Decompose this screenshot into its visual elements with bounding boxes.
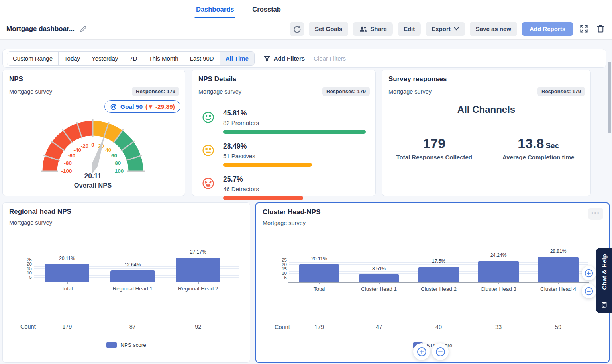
- share-people-icon: [359, 25, 367, 33]
- goal-target-icon: [110, 103, 118, 110]
- total-responses-label: Total Responses Collected: [382, 154, 486, 160]
- range-all-time[interactable]: All Time: [220, 52, 254, 65]
- nps-gauge-caption: Overall NPS: [53, 182, 133, 189]
- y-axis-tick-label: 15: [16, 266, 32, 271]
- zoom-out-button[interactable]: [582, 284, 596, 298]
- count-row-label: Count: [275, 324, 290, 330]
- survey-responses-title: Survey responses: [388, 75, 585, 83]
- y-axis-tick-label: 10: [271, 271, 287, 276]
- svg-text:-40: -40: [73, 147, 81, 153]
- nps-card-subtitle: Mortgage survey: [9, 88, 52, 95]
- bar-cluster-head-4[interactable]: [538, 257, 579, 282]
- save-as-new-button[interactable]: Save as new: [470, 22, 517, 36]
- nps-responses-badge: Responses: 179: [132, 87, 179, 96]
- survey-responses-header: Survey responses Mortgage survey Respons…: [382, 70, 590, 101]
- total-responses-stat: 179 Total Responses Collected: [382, 136, 486, 160]
- promoters-row: 45.81% 82 Promoters: [202, 109, 366, 134]
- nps-details-card: NPS Details Mortgage survey Responses: 1…: [192, 70, 376, 196]
- passive-face-icon: [202, 142, 215, 167]
- range-this-month[interactable]: This Month: [143, 52, 184, 65]
- bar-total[interactable]: [45, 264, 89, 282]
- svg-text:80: 80: [115, 160, 121, 166]
- y-axis-tick-label: 5: [16, 275, 32, 280]
- share-button[interactable]: Share: [353, 22, 393, 36]
- svg-text:-20: -20: [81, 143, 89, 149]
- bar-value-label: 12.64%: [109, 262, 157, 268]
- y-axis-tick-label: 25: [271, 258, 287, 262]
- nps-details-responses-badge: Responses: 179: [322, 87, 370, 96]
- fullscreen-button[interactable]: [578, 23, 590, 35]
- nps-gauge-value: 20.11: [53, 172, 133, 180]
- regional-legend[interactable]: NPS score: [3, 342, 250, 348]
- export-button[interactable]: Export: [426, 22, 465, 36]
- bar-regional-head-1[interactable]: [110, 270, 155, 282]
- passives-pct: 28.49%: [223, 142, 366, 151]
- edit-title-pencil-icon[interactable]: [79, 25, 87, 33]
- regional-bar-chart: 51015202520.11%Total17912.64%Regional He…: [3, 203, 250, 362]
- range-custom-range[interactable]: Custom Range: [7, 52, 59, 65]
- delete-dashboard-button[interactable]: [594, 23, 606, 35]
- count-value: 59: [534, 324, 582, 330]
- bar-cluster-head-3[interactable]: [478, 261, 519, 282]
- funnel-icon: [263, 55, 271, 62]
- count-value: 92: [174, 323, 222, 330]
- chat-help-label: Chat & Help: [601, 254, 608, 290]
- x-axis-tick: [379, 282, 380, 284]
- nps-card-title: NPS: [9, 75, 179, 83]
- nav-tabs: Dashboards Crosstab: [194, 0, 282, 18]
- survey-responses-card: Survey responses Mortgage survey Respons…: [382, 70, 591, 196]
- promoters-pct: 45.81%: [223, 109, 366, 117]
- date-range-segmented-control: Custom RangeTodayYesterday7DThis MonthLa…: [7, 51, 255, 66]
- vertical-scrollbar-thumb[interactable]: [608, 62, 611, 133]
- goal-delta: (▼ -29.89): [145, 103, 175, 110]
- legend-label: NPS score: [120, 342, 146, 348]
- set-goals-button[interactable]: Set Goals: [309, 22, 348, 36]
- plus-circle-icon: [416, 346, 427, 357]
- top-nav: Dashboards Crosstab: [0, 0, 612, 18]
- bar-total[interactable]: [299, 264, 339, 282]
- y-axis-tick-label: 25: [16, 257, 32, 262]
- bar-value-label: 24.24%: [475, 252, 522, 258]
- svg-text:40: 40: [105, 147, 111, 153]
- chart-zoom-in-button[interactable]: [413, 343, 430, 360]
- chart-zoom-out-button[interactable]: [432, 343, 449, 360]
- range-today[interactable]: Today: [59, 52, 86, 65]
- add-filters-button[interactable]: Add Filters: [263, 55, 305, 62]
- refresh-button[interactable]: [290, 22, 304, 36]
- nps-details-header: NPS Details Mortgage survey Responses: 1…: [192, 70, 375, 101]
- bar-value-label: 20.11%: [295, 256, 343, 262]
- range-yesterday[interactable]: Yesterday: [86, 52, 124, 65]
- range-7d[interactable]: 7D: [124, 52, 143, 65]
- tab-dashboards[interactable]: Dashboards: [194, 0, 235, 18]
- tab-crosstab[interactable]: Crosstab: [251, 0, 282, 18]
- detractors-bar: [223, 196, 303, 200]
- nps-goal-chip[interactable]: Goal 50 (▼ -29.89): [104, 100, 180, 113]
- y-axis-tick-label: 10: [16, 270, 32, 275]
- passives-row: 28.49% 51 Passives: [202, 142, 366, 167]
- range-last-90d[interactable]: Last 90D: [184, 52, 220, 65]
- bar-cluster-head-1[interactable]: [359, 274, 399, 282]
- bar-regional-head-2[interactable]: [176, 258, 220, 282]
- x-axis-tick: [558, 282, 559, 284]
- dashboard-toolbar: Mortgage dashboar... Set Goals Share Edi…: [0, 18, 612, 40]
- chat-help-tab[interactable]: Chat & Help: [596, 248, 612, 313]
- zoom-in-button[interactable]: [582, 266, 596, 280]
- clear-filters-button[interactable]: Clear Filters: [314, 55, 346, 62]
- x-axis-tick: [67, 282, 68, 284]
- dashboard-title-group: Mortgage dashboar...: [6, 25, 87, 33]
- count-value: 179: [295, 324, 343, 330]
- promoters-bar: [223, 130, 366, 134]
- count-value: 87: [109, 323, 157, 330]
- bar-cluster-head-2[interactable]: [418, 267, 459, 282]
- add-reports-button[interactable]: Add Reports: [522, 22, 573, 36]
- expand-arrows-icon: [579, 24, 588, 33]
- x-category-label: Regional Head 2: [162, 286, 234, 292]
- x-category-label: Total: [31, 286, 103, 292]
- avg-completion-unit: Sec: [545, 141, 559, 150]
- edit-button[interactable]: Edit: [398, 22, 421, 36]
- svg-text:0: 0: [91, 142, 94, 148]
- cluster-head-nps-card[interactable]: Cluster Head-NPS Mortgage survey ••• 510…: [255, 202, 610, 363]
- add-filters-label: Add Filters: [274, 55, 305, 62]
- regional-head-nps-card: Regional head NPS Mortgage survey 510152…: [2, 202, 250, 363]
- bar-value-label: 27.17%: [174, 249, 222, 255]
